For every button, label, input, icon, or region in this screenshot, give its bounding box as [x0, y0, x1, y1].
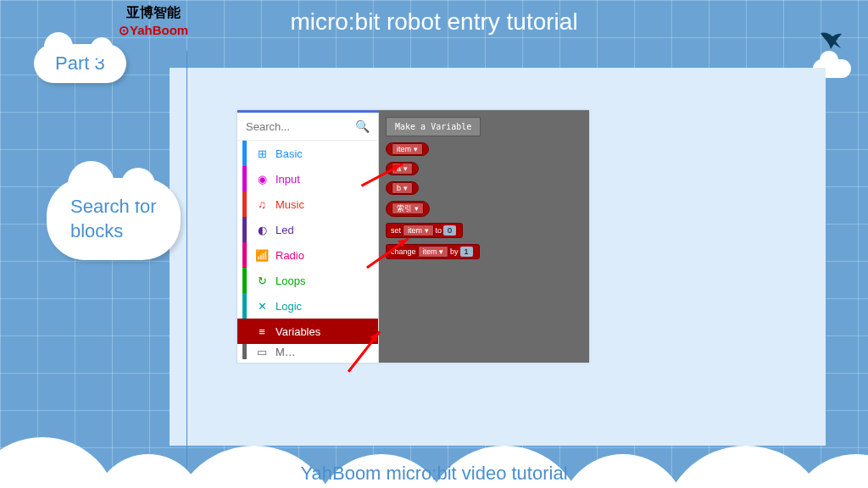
category-music[interactable]: ♫Music — [237, 191, 378, 217]
logo-cn: 亚博智能 — [119, 4, 188, 22]
list-icon: ≡ — [255, 325, 269, 338]
search-row[interactable]: 🔍 — [237, 113, 378, 141]
rect-icon: ▭ — [255, 346, 269, 358]
search-icon[interactable]: 🔍 — [355, 119, 370, 133]
category-logic[interactable]: ✕Logic — [237, 293, 378, 319]
step-label-cloud: Search for blocks — [47, 178, 181, 260]
step-label-line1: Search for — [70, 195, 157, 219]
step-label-line2: blocks — [70, 219, 157, 244]
category-led[interactable]: ◐Led — [237, 217, 378, 242]
signal-icon: 📶 — [255, 249, 269, 262]
category-radio[interactable]: 📶Radio — [237, 242, 378, 268]
category-basic[interactable]: ⊞Basic — [237, 141, 378, 166]
part-badge: Part 3 — [34, 44, 126, 83]
page-title: micro:bit robot entry tutorial — [290, 8, 577, 36]
music-icon: ♫ — [255, 198, 269, 211]
logo-en: ⊙YahBoom — [119, 22, 188, 39]
change-block[interactable]: changeitem ▾by1 — [386, 244, 480, 259]
refresh-icon: ↻ — [255, 274, 269, 287]
category-input[interactable]: ◉Input — [237, 166, 378, 191]
block-workspace[interactable]: Make a Variable item ▾ a ▾ b ▾ 索引 ▾ seti… — [379, 110, 589, 363]
category-loops[interactable]: ↻Loops — [237, 268, 378, 293]
shuffle-icon: ✕ — [255, 300, 269, 313]
grid-icon: ⊞ — [255, 147, 269, 160]
set-block[interactable]: setitem ▾to0 — [386, 223, 463, 238]
target-icon: ◉ — [255, 173, 269, 186]
toggle-icon: ◐ — [255, 224, 269, 236]
variable-block[interactable]: b ▾ — [386, 181, 419, 195]
makecode-editor: 🔍 ⊞Basic ◉Input ♫Music ◐Led 📶Radio ↻Loop… — [237, 110, 589, 363]
search-input[interactable] — [246, 120, 355, 133]
variable-block[interactable]: 索引 ▾ — [386, 201, 430, 217]
variable-block[interactable]: item ▾ — [386, 142, 429, 156]
part-label: Part 3 — [55, 53, 105, 74]
make-variable-button[interactable]: Make a Variable — [386, 117, 481, 136]
category-sidebar: 🔍 ⊞Basic ◉Input ♫Music ◐Led 📶Radio ↻Loop… — [237, 110, 379, 363]
footer-text: YahBoom micro:bit video tutorial — [300, 463, 567, 485]
category-variables[interactable]: ≡Variables — [237, 319, 378, 344]
logo: 亚博智能 ⊙YahBoom — [119, 4, 188, 38]
